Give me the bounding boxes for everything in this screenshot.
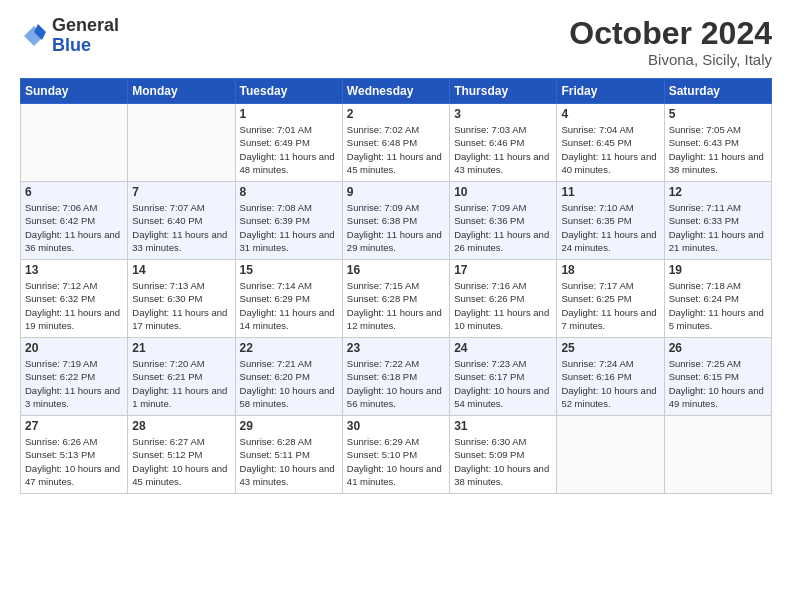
calendar-cell: 6Sunrise: 7:06 AM Sunset: 6:42 PM Daylig… [21, 182, 128, 260]
calendar-cell [21, 104, 128, 182]
day-info: Sunrise: 7:21 AM Sunset: 6:20 PM Dayligh… [240, 357, 338, 410]
calendar-week-2: 6Sunrise: 7:06 AM Sunset: 6:42 PM Daylig… [21, 182, 772, 260]
day-number: 13 [25, 263, 123, 277]
calendar-cell: 15Sunrise: 7:14 AM Sunset: 6:29 PM Dayli… [235, 260, 342, 338]
month-title: October 2024 [569, 16, 772, 51]
calendar-cell: 28Sunrise: 6:27 AM Sunset: 5:12 PM Dayli… [128, 416, 235, 494]
logo-general: General [52, 15, 119, 35]
calendar-cell: 14Sunrise: 7:13 AM Sunset: 6:30 PM Dayli… [128, 260, 235, 338]
day-number: 26 [669, 341, 767, 355]
header: General Blue October 2024 Bivona, Sicily… [20, 16, 772, 68]
day-number: 21 [132, 341, 230, 355]
day-info: Sunrise: 6:27 AM Sunset: 5:12 PM Dayligh… [132, 435, 230, 488]
day-info: Sunrise: 7:08 AM Sunset: 6:39 PM Dayligh… [240, 201, 338, 254]
page: General Blue October 2024 Bivona, Sicily… [0, 0, 792, 612]
logo-icon [20, 22, 48, 50]
calendar-cell [557, 416, 664, 494]
calendar-week-4: 20Sunrise: 7:19 AM Sunset: 6:22 PM Dayli… [21, 338, 772, 416]
calendar-cell: 10Sunrise: 7:09 AM Sunset: 6:36 PM Dayli… [450, 182, 557, 260]
day-number: 6 [25, 185, 123, 199]
calendar-header-row: Sunday Monday Tuesday Wednesday Thursday… [21, 79, 772, 104]
day-number: 22 [240, 341, 338, 355]
day-number: 9 [347, 185, 445, 199]
calendar-cell: 13Sunrise: 7:12 AM Sunset: 6:32 PM Dayli… [21, 260, 128, 338]
day-number: 18 [561, 263, 659, 277]
day-number: 29 [240, 419, 338, 433]
day-number: 11 [561, 185, 659, 199]
day-number: 1 [240, 107, 338, 121]
day-number: 3 [454, 107, 552, 121]
calendar-week-3: 13Sunrise: 7:12 AM Sunset: 6:32 PM Dayli… [21, 260, 772, 338]
logo-text: General Blue [52, 16, 119, 56]
calendar-week-5: 27Sunrise: 6:26 AM Sunset: 5:13 PM Dayli… [21, 416, 772, 494]
day-info: Sunrise: 7:20 AM Sunset: 6:21 PM Dayligh… [132, 357, 230, 410]
day-info: Sunrise: 6:29 AM Sunset: 5:10 PM Dayligh… [347, 435, 445, 488]
day-info: Sunrise: 7:18 AM Sunset: 6:24 PM Dayligh… [669, 279, 767, 332]
col-monday: Monday [128, 79, 235, 104]
calendar-cell: 31Sunrise: 6:30 AM Sunset: 5:09 PM Dayli… [450, 416, 557, 494]
day-number: 20 [25, 341, 123, 355]
calendar-cell [664, 416, 771, 494]
day-info: Sunrise: 7:05 AM Sunset: 6:43 PM Dayligh… [669, 123, 767, 176]
day-number: 5 [669, 107, 767, 121]
day-number: 7 [132, 185, 230, 199]
calendar-cell: 19Sunrise: 7:18 AM Sunset: 6:24 PM Dayli… [664, 260, 771, 338]
calendar-cell: 2Sunrise: 7:02 AM Sunset: 6:48 PM Daylig… [342, 104, 449, 182]
calendar-cell: 12Sunrise: 7:11 AM Sunset: 6:33 PM Dayli… [664, 182, 771, 260]
calendar-table: Sunday Monday Tuesday Wednesday Thursday… [20, 78, 772, 494]
day-info: Sunrise: 6:28 AM Sunset: 5:11 PM Dayligh… [240, 435, 338, 488]
day-number: 19 [669, 263, 767, 277]
calendar-cell: 26Sunrise: 7:25 AM Sunset: 6:15 PM Dayli… [664, 338, 771, 416]
day-info: Sunrise: 7:09 AM Sunset: 6:38 PM Dayligh… [347, 201, 445, 254]
calendar-cell: 18Sunrise: 7:17 AM Sunset: 6:25 PM Dayli… [557, 260, 664, 338]
day-info: Sunrise: 7:13 AM Sunset: 6:30 PM Dayligh… [132, 279, 230, 332]
calendar-cell: 16Sunrise: 7:15 AM Sunset: 6:28 PM Dayli… [342, 260, 449, 338]
day-number: 24 [454, 341, 552, 355]
col-wednesday: Wednesday [342, 79, 449, 104]
day-number: 25 [561, 341, 659, 355]
col-friday: Friday [557, 79, 664, 104]
day-number: 12 [669, 185, 767, 199]
calendar-cell: 23Sunrise: 7:22 AM Sunset: 6:18 PM Dayli… [342, 338, 449, 416]
day-number: 10 [454, 185, 552, 199]
col-sunday: Sunday [21, 79, 128, 104]
calendar-cell: 22Sunrise: 7:21 AM Sunset: 6:20 PM Dayli… [235, 338, 342, 416]
day-number: 15 [240, 263, 338, 277]
calendar-cell: 30Sunrise: 6:29 AM Sunset: 5:10 PM Dayli… [342, 416, 449, 494]
day-info: Sunrise: 7:01 AM Sunset: 6:49 PM Dayligh… [240, 123, 338, 176]
day-number: 14 [132, 263, 230, 277]
calendar-cell: 20Sunrise: 7:19 AM Sunset: 6:22 PM Dayli… [21, 338, 128, 416]
day-number: 8 [240, 185, 338, 199]
day-info: Sunrise: 6:30 AM Sunset: 5:09 PM Dayligh… [454, 435, 552, 488]
day-info: Sunrise: 6:26 AM Sunset: 5:13 PM Dayligh… [25, 435, 123, 488]
day-info: Sunrise: 7:12 AM Sunset: 6:32 PM Dayligh… [25, 279, 123, 332]
day-info: Sunrise: 7:17 AM Sunset: 6:25 PM Dayligh… [561, 279, 659, 332]
day-number: 30 [347, 419, 445, 433]
calendar-cell: 4Sunrise: 7:04 AM Sunset: 6:45 PM Daylig… [557, 104, 664, 182]
day-number: 23 [347, 341, 445, 355]
calendar-cell: 9Sunrise: 7:09 AM Sunset: 6:38 PM Daylig… [342, 182, 449, 260]
title-block: October 2024 Bivona, Sicily, Italy [569, 16, 772, 68]
location: Bivona, Sicily, Italy [569, 51, 772, 68]
day-info: Sunrise: 7:16 AM Sunset: 6:26 PM Dayligh… [454, 279, 552, 332]
logo: General Blue [20, 16, 119, 56]
calendar-cell: 7Sunrise: 7:07 AM Sunset: 6:40 PM Daylig… [128, 182, 235, 260]
col-tuesday: Tuesday [235, 79, 342, 104]
calendar-cell: 5Sunrise: 7:05 AM Sunset: 6:43 PM Daylig… [664, 104, 771, 182]
day-info: Sunrise: 7:19 AM Sunset: 6:22 PM Dayligh… [25, 357, 123, 410]
day-number: 16 [347, 263, 445, 277]
day-info: Sunrise: 7:06 AM Sunset: 6:42 PM Dayligh… [25, 201, 123, 254]
day-info: Sunrise: 7:10 AM Sunset: 6:35 PM Dayligh… [561, 201, 659, 254]
day-number: 4 [561, 107, 659, 121]
day-number: 2 [347, 107, 445, 121]
day-info: Sunrise: 7:25 AM Sunset: 6:15 PM Dayligh… [669, 357, 767, 410]
calendar-cell: 25Sunrise: 7:24 AM Sunset: 6:16 PM Dayli… [557, 338, 664, 416]
calendar-cell: 21Sunrise: 7:20 AM Sunset: 6:21 PM Dayli… [128, 338, 235, 416]
day-info: Sunrise: 7:14 AM Sunset: 6:29 PM Dayligh… [240, 279, 338, 332]
day-number: 28 [132, 419, 230, 433]
calendar-cell: 8Sunrise: 7:08 AM Sunset: 6:39 PM Daylig… [235, 182, 342, 260]
calendar-cell: 11Sunrise: 7:10 AM Sunset: 6:35 PM Dayli… [557, 182, 664, 260]
day-info: Sunrise: 7:02 AM Sunset: 6:48 PM Dayligh… [347, 123, 445, 176]
calendar-cell: 1Sunrise: 7:01 AM Sunset: 6:49 PM Daylig… [235, 104, 342, 182]
day-info: Sunrise: 7:24 AM Sunset: 6:16 PM Dayligh… [561, 357, 659, 410]
